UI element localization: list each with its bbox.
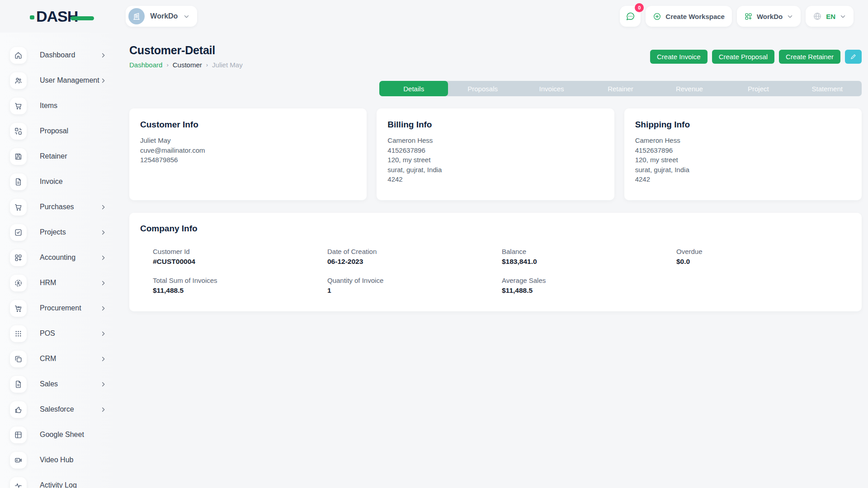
create-retainer-button[interactable]: Create Retainer (779, 50, 840, 64)
workspace-name: WorkDo (150, 12, 178, 20)
sidebar-item-items[interactable]: Items (0, 93, 119, 118)
workdo-menu-button[interactable]: WorkDo (737, 6, 801, 27)
info-line: 4242 (635, 174, 851, 184)
swap-icon (10, 123, 27, 140)
language-selector[interactable]: EN (806, 6, 854, 27)
globe-icon (813, 12, 822, 21)
chevron-right-icon (100, 381, 107, 388)
info-line: surat, gujrat, India (635, 165, 851, 175)
chevron-right-icon (100, 280, 107, 286)
company-field-overdue: Overdue $0.0 (676, 248, 851, 266)
topbar: DASH WorkDo 0 Create Workspace WorkDo EN (0, 0, 868, 33)
info-line: 4152637896 (635, 145, 851, 155)
sidebar-item-sales[interactable]: Sales (0, 371, 119, 397)
company-info-grid: Customer Id #CUST00004 Date of Creation … (140, 248, 851, 295)
chevron-right-icon (100, 77, 107, 84)
info-line: Juliet May (140, 136, 356, 145)
cart-icon (10, 199, 27, 216)
breadcrumb-separator: › (206, 61, 208, 68)
sidebar-item-purchases[interactable]: Purchases (0, 194, 119, 220)
company-field-date-of-creation: Date of Creation 06-12-2023 (327, 248, 502, 266)
sidebar-item-procurement[interactable]: Procurement (0, 296, 119, 321)
main-content: Customer-Detail Dashboard›Customer›Julie… (129, 33, 862, 488)
sidebar-item-projects[interactable]: Projects (0, 220, 119, 245)
pulse-icon (10, 477, 27, 488)
cart-chart-icon (10, 300, 27, 317)
chat-icon (625, 11, 635, 21)
sidebar-item-salesforce[interactable]: Salesforce (0, 397, 119, 422)
sidebar-item-invoice[interactable]: Invoice (0, 169, 119, 194)
card-title: Company Info (140, 224, 851, 234)
video-icon (10, 452, 27, 469)
chevron-down-icon (840, 13, 846, 20)
company-field-quantity-of-invoice: Quantity of Invoice 1 (327, 277, 502, 295)
chevron-right-icon (100, 406, 107, 413)
tab-statement[interactable]: Statement (793, 81, 862, 96)
sidebar-item-accounting[interactable]: Accounting (0, 245, 119, 270)
breadcrumb-dashboard[interactable]: Dashboard (129, 61, 162, 69)
sidebar-item-retainer[interactable]: Retainer (0, 144, 119, 169)
logo-accent-dash (71, 16, 94, 20)
company-field-total-sum-of-invoices: Total Sum of Invoices $11,488.5 (153, 277, 327, 295)
dots-icon (10, 325, 27, 342)
grid-plus-icon (10, 249, 27, 266)
breadcrumb-customer[interactable]: Customer (173, 61, 202, 69)
info-line: 4152637896 (387, 145, 603, 155)
cart-icon (10, 98, 27, 114)
plus-circle-icon (653, 12, 661, 21)
tab-retainer[interactable]: Retainer (586, 81, 655, 96)
info-cards-row: Customer Info Juliet Maycuve@mailinator.… (129, 108, 862, 200)
workspace-selector[interactable]: WorkDo (126, 6, 197, 27)
page-header: Customer-Detail Dashboard›Customer›Julie… (129, 33, 862, 69)
app-logo[interactable]: DASH (30, 8, 78, 25)
shipping-info-card: Shipping Info Cameron Hess4152637896120,… (624, 108, 862, 200)
tab-proposals[interactable]: Proposals (448, 81, 517, 96)
sidebar: Dashboard User Management Items Proposal… (0, 33, 119, 488)
sidebar-item-hrm[interactable]: HRM (0, 270, 119, 296)
detail-tabs: DetailsProposalsInvoicesRetainerRevenueP… (379, 81, 862, 96)
create-workspace-label: Create Workspace (665, 13, 725, 20)
messages-button[interactable]: 0 (620, 6, 641, 27)
info-line: 1254879856 (140, 155, 356, 165)
file-text-icon (10, 376, 27, 393)
chevron-down-icon (787, 13, 793, 20)
card-title: Shipping Info (635, 120, 851, 130)
file-text-icon (10, 174, 27, 190)
tab-revenue[interactable]: Revenue (655, 81, 724, 96)
chevron-right-icon (100, 356, 107, 362)
tab-project[interactable]: Project (724, 81, 793, 96)
sidebar-item-user-management[interactable]: User Management (0, 68, 119, 93)
chevron-down-icon (183, 13, 190, 20)
info-line: cuve@mailinator.com (140, 145, 356, 155)
chevron-right-icon (100, 305, 107, 312)
save-icon (10, 148, 27, 165)
sidebar-item-proposal[interactable]: Proposal (0, 118, 119, 144)
logo-accent-dot (30, 15, 34, 19)
info-line: 120, my street (635, 155, 851, 165)
chevron-right-icon (100, 229, 107, 236)
create-invoice-button[interactable]: Create Invoice (650, 50, 708, 64)
create-proposal-button[interactable]: Create Proposal (712, 50, 774, 64)
chevron-right-icon (100, 254, 107, 261)
tab-details[interactable]: Details (379, 81, 448, 96)
card-title: Customer Info (140, 120, 356, 130)
create-workspace-button[interactable]: Create Workspace (646, 6, 732, 27)
card-title: Billing Info (387, 120, 603, 130)
info-line: Cameron Hess (635, 136, 851, 145)
pencil-icon (850, 53, 857, 60)
breadcrumb-juliet-may: Juliet May (212, 61, 243, 69)
company-field-balance: Balance $183,841.0 (502, 248, 676, 266)
sidebar-item-dashboard[interactable]: Dashboard (0, 42, 119, 68)
home-icon (10, 47, 27, 64)
company-info-card: Company Info Customer Id #CUST00004 Date… (129, 213, 862, 311)
thumb-icon (10, 401, 27, 418)
sidebar-item-activity-log[interactable]: Activity Log (0, 473, 119, 488)
sidebar-item-video-hub[interactable]: Video Hub (0, 447, 119, 473)
sidebar-item-pos[interactable]: POS (0, 321, 119, 346)
edit-customer-button[interactable] (845, 50, 862, 64)
tab-invoices[interactable]: Invoices (517, 81, 586, 96)
sidebar-item-google-sheet[interactable]: Google Sheet (0, 422, 119, 447)
info-line: 4242 (387, 174, 603, 184)
messages-badge: 0 (635, 3, 644, 12)
sidebar-item-crm[interactable]: CRM (0, 346, 119, 371)
